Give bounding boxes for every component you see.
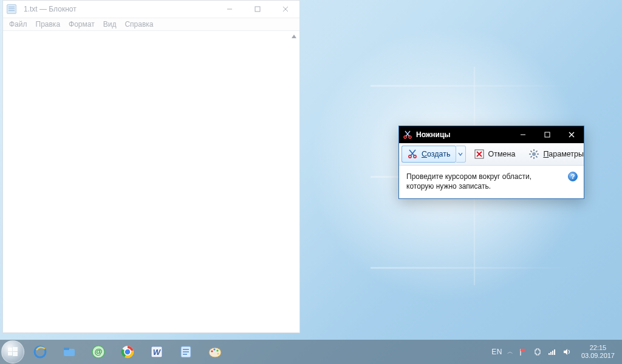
menu-file[interactable]: Файл — [9, 20, 27, 29]
menu-format[interactable]: Формат — [69, 20, 95, 29]
snip-hint-area: Проведите курсором вокруг области, котор… — [399, 166, 584, 198]
snip-toolbar: Создать Отмена — [399, 143, 584, 166]
svg-rect-9 — [13, 347, 18, 351]
tray-flag-icon[interactable] — [518, 347, 528, 357]
help-icon[interactable]: ? — [568, 172, 578, 181]
snip-titlebar[interactable]: Ножницы — [399, 126, 584, 143]
taskbar: @ W EN ︿ — [0, 340, 622, 364]
taskbar-item-ie[interactable] — [27, 342, 53, 362]
taskbar-item-word[interactable]: W — [143, 342, 170, 362]
notepad-maximize-button[interactable] — [244, 1, 272, 18]
taskbar-item-mail[interactable]: @ — [85, 342, 112, 362]
notepad-titlebar[interactable]: 1.txt — Блокнот — [3, 1, 299, 18]
svg-rect-0 — [255, 7, 260, 12]
svg-point-26 — [216, 349, 218, 351]
snipping-tool-window: Ножницы Создать — [398, 126, 584, 199]
menu-view[interactable]: Вид — [103, 20, 117, 29]
gear-icon — [528, 149, 539, 160]
cancel-icon — [474, 149, 485, 160]
snip-hint-text: Проведите курсором вокруг области, котор… — [406, 172, 559, 191]
snip-new-label: Создать — [422, 150, 451, 158]
taskbar-clock[interactable]: 22:15 03.09.2017 — [576, 344, 620, 360]
tray-overflow-chevron-icon[interactable]: ︿ — [507, 348, 513, 356]
svg-text:@: @ — [95, 347, 103, 356]
scrollbar-up-button[interactable] — [290, 32, 298, 41]
notepad-app-icon — [7, 4, 16, 14]
svg-point-5 — [414, 155, 416, 158]
snip-maximize-button[interactable] — [535, 126, 559, 143]
notepad-title-text: 1.txt — Блокнот — [24, 5, 77, 13]
menu-help[interactable]: Справка — [125, 20, 153, 29]
notepad-text-area[interactable] — [3, 31, 299, 332]
snip-new-button[interactable]: Создать — [402, 146, 456, 163]
notepad-close-button[interactable] — [272, 1, 299, 18]
svg-point-18 — [125, 349, 130, 354]
start-button[interactable] — [1, 340, 24, 363]
taskbar-item-paint[interactable] — [202, 342, 228, 362]
notepad-minimize-button[interactable] — [216, 1, 244, 18]
svg-point-24 — [211, 350, 213, 352]
svg-point-7 — [532, 152, 536, 156]
svg-rect-28 — [549, 353, 550, 355]
svg-point-25 — [213, 348, 215, 350]
snip-new-mode-dropdown[interactable] — [456, 146, 466, 163]
snip-cancel-label: Отмена — [488, 150, 516, 158]
notepad-menubar: Файл Правка Формат Вид Справка — [3, 18, 299, 31]
snip-minimize-button[interactable] — [511, 126, 535, 143]
clock-date: 03.09.2017 — [581, 352, 615, 360]
svg-rect-8 — [8, 348, 12, 351]
snip-title-text: Ножницы — [416, 130, 511, 139]
svg-point-27 — [217, 352, 219, 354]
taskbar-item-explorer[interactable] — [56, 342, 83, 362]
svg-rect-30 — [552, 351, 553, 355]
tray-volume-icon[interactable] — [562, 347, 572, 357]
svg-rect-14 — [64, 348, 69, 350]
taskbar-item-chrome[interactable] — [114, 342, 141, 362]
svg-rect-11 — [13, 352, 18, 356]
taskbar-item-notepad[interactable] — [173, 342, 199, 362]
clock-time: 22:15 — [581, 344, 615, 352]
svg-text:W: W — [153, 348, 162, 357]
tray-network-icon[interactable] — [547, 347, 557, 357]
svg-point-4 — [409, 155, 411, 158]
snip-cancel-button[interactable]: Отмена — [468, 146, 521, 163]
notepad-window: 1.txt — Блокнот Файл Правка Формат Вид С… — [2, 0, 300, 333]
language-indicator[interactable]: EN — [491, 348, 502, 356]
snip-options-label: Параметры — [543, 150, 584, 158]
snip-close-button[interactable] — [559, 126, 584, 143]
svg-rect-31 — [554, 349, 555, 355]
menu-edit[interactable]: Правка — [36, 20, 61, 29]
snip-options-button[interactable]: Параметры — [523, 146, 589, 163]
svg-rect-29 — [550, 352, 552, 355]
svg-rect-10 — [8, 352, 12, 356]
svg-rect-3 — [545, 132, 550, 137]
scissors-icon — [403, 130, 412, 140]
scissors-icon — [407, 149, 418, 160]
tray-power-icon[interactable] — [533, 347, 542, 357]
desktop: 1.txt — Блокнот Файл Правка Формат Вид С… — [0, 0, 622, 364]
